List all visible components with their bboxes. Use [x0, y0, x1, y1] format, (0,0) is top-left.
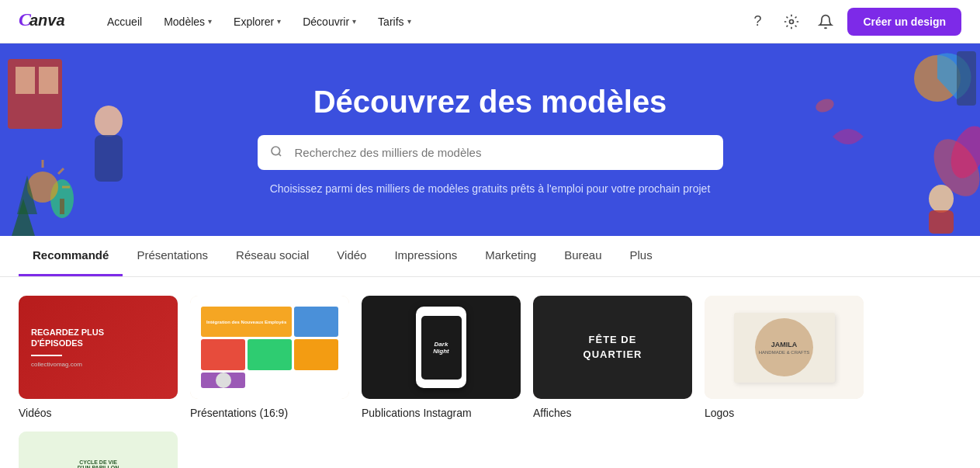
card-infographies[interactable]: CYCLE DE VIED'UN PAPILLON STADE DE L'ŒUF…: [19, 432, 178, 468]
hero-search-wrap: [258, 135, 723, 170]
chevron-down-icon: ▾: [208, 17, 212, 26]
card-presentations-label: Présentations (16:9): [190, 407, 349, 419]
tabs-list: Recommandé Présentations Réseau social V…: [19, 236, 961, 276]
card-instagram-thumb: DarkNight: [362, 296, 521, 399]
create-design-button[interactable]: Créer un design: [847, 8, 961, 36]
svg-rect-9: [95, 135, 123, 182]
svg-text:anva: anva: [29, 12, 65, 29]
svg-point-22: [814, 96, 836, 114]
search-input[interactable]: [258, 135, 723, 170]
tab-plus[interactable]: Plus: [616, 236, 667, 276]
card-videos-text: REGARDEZ PLUSD'ÉPISODES collectivomag.co…: [31, 327, 104, 369]
card-infographies-image: CYCLE DE VIED'UN PAPILLON STADE DE L'ŒUF…: [19, 432, 178, 468]
chevron-down-icon: ▾: [277, 17, 281, 26]
tab-bureau[interactable]: Bureau: [550, 236, 615, 276]
svg-point-6: [50, 179, 74, 218]
navbar: C anva Accueil Modèles ▾ Explorer ▾ Déco…: [0, 0, 980, 43]
svg-point-8: [95, 106, 123, 137]
nav-modeles[interactable]: Modèles ▾: [154, 9, 221, 34]
card-videos[interactable]: REGARDEZ PLUSD'ÉPISODES collectivomag.co…: [19, 296, 178, 419]
canva-logo-text: C anva: [19, 9, 73, 35]
card-affiches-image: FÊTE DEQUARTIER: [533, 296, 692, 399]
hero-deco-right: [786, 43, 980, 236]
svg-rect-7: [60, 199, 64, 214]
card-presentations[interactable]: Intégration des Nouveaux Employés Présen…: [190, 296, 349, 419]
card-instagram-label: Publications Instagram: [362, 407, 521, 419]
hero-title: Découvrez des modèles: [313, 85, 667, 120]
help-icon[interactable]: ?: [745, 9, 770, 34]
cards-section: REGARDEZ PLUSD'ÉPISODES collectivomag.co…: [0, 277, 980, 468]
svg-point-10: [27, 172, 58, 203]
svg-point-16: [914, 55, 961, 102]
card-affiches[interactable]: FÊTE DEQUARTIER Affiches: [533, 296, 692, 419]
tabs-section: Recommandé Présentations Réseau social V…: [0, 236, 980, 277]
svg-line-12: [58, 168, 64, 174]
card-logos[interactable]: JAMILA HANDMADE & CRAFTS Logos: [705, 296, 864, 419]
logo[interactable]: C anva: [19, 9, 73, 35]
nav-accueil[interactable]: Accueil: [98, 9, 151, 34]
cards-grid: REGARDEZ PLUSD'ÉPISODES collectivomag.co…: [19, 296, 961, 468]
svg-point-19: [929, 185, 954, 213]
tab-marketing[interactable]: Marketing: [471, 236, 550, 276]
chevron-down-icon: ▾: [352, 17, 356, 26]
svg-marker-15: [17, 175, 37, 214]
svg-rect-21: [957, 51, 976, 106]
hero-subtitle: Choisissez parmi des milliers de modèles…: [270, 182, 711, 195]
card-videos-label: Vidéos: [19, 407, 178, 419]
svg-rect-3: [8, 59, 62, 129]
card-videos-thumb: REGARDEZ PLUSD'ÉPISODES collectivomag.co…: [19, 296, 178, 399]
svg-rect-20: [929, 210, 954, 234]
nav-explorer[interactable]: Explorer ▾: [224, 9, 290, 34]
card-presentations-thumb: Intégration des Nouveaux Employés: [190, 296, 349, 399]
tab-recommande[interactable]: Recommandé: [19, 236, 123, 276]
nav-links: Accueil Modèles ▾ Explorer ▾ Découvrir ▾…: [98, 9, 745, 34]
card-instagram-image: DarkNight: [362, 296, 521, 399]
tab-video[interactable]: Vidéo: [323, 236, 380, 276]
settings-icon[interactable]: [779, 9, 804, 34]
card-videos-image: REGARDEZ PLUSD'ÉPISODES collectivomag.co…: [19, 296, 178, 399]
svg-rect-5: [39, 67, 58, 94]
nav-right: ? Créer un design: [745, 8, 961, 36]
card-logos-image: JAMILA HANDMADE & CRAFTS: [705, 296, 864, 399]
svg-point-18: [944, 121, 980, 182]
card-affiches-label: Affiches: [533, 407, 692, 419]
card-infographies-thumb: CYCLE DE VIED'UN PAPILLON STADE DE L'ŒUF…: [19, 432, 178, 468]
card-logos-thumb: JAMILA HANDMADE & CRAFTS: [705, 296, 864, 399]
hero-deco-left: [0, 43, 171, 236]
hero-section: Découvrez des modèles Choisissez parmi d…: [0, 43, 980, 236]
svg-marker-14: [12, 199, 35, 236]
card-logos-label: Logos: [705, 407, 864, 419]
svg-point-2: [790, 19, 794, 23]
tab-reseau-social[interactable]: Réseau social: [222, 236, 323, 276]
card-affiches-thumb: FÊTE DEQUARTIER: [533, 296, 692, 399]
nav-tarifs[interactable]: Tarifs ▾: [369, 9, 420, 34]
card-instagram[interactable]: DarkNight Publications Instagram: [362, 296, 521, 419]
svg-point-17: [924, 131, 980, 204]
tab-impressions[interactable]: Impressions: [380, 236, 471, 276]
card-presentations-image: Intégration des Nouveaux Employés: [190, 296, 349, 399]
chevron-down-icon: ▾: [407, 17, 411, 26]
svg-rect-4: [16, 67, 35, 94]
tab-presentations[interactable]: Présentations: [123, 236, 222, 276]
notifications-icon[interactable]: [813, 9, 838, 34]
nav-decouvrir[interactable]: Découvrir ▾: [293, 9, 365, 34]
